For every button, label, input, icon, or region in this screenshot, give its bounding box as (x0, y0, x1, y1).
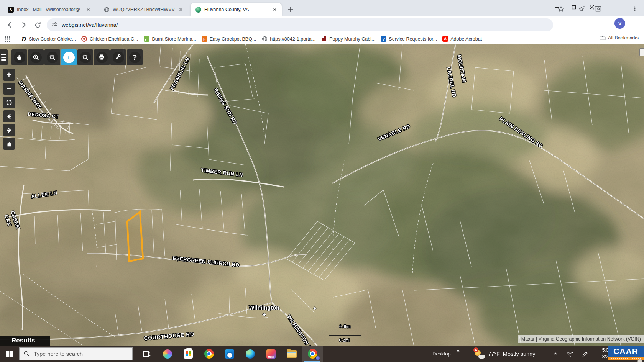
locate-icon[interactable] (3, 97, 15, 108)
bookmark-service-requests[interactable]: ? Service Requests for... (381, 36, 437, 42)
forward-extent-button[interactable] (3, 124, 15, 136)
bookmark-portal-link[interactable]: https://8042-1.porta... (261, 36, 315, 42)
weather-desc: Mostly sunny (503, 351, 536, 357)
bookmark-label: Slow Cooker Chicke... (29, 36, 76, 42)
bookmark-label: https://8042-1.porta... (270, 36, 315, 42)
bookmark-label: Adobe Acrobat (450, 36, 482, 42)
bookmarks-bar: D Slow Cooker Chicke... Chicken Enchilad… (0, 34, 644, 44)
toolbar-expand-chevron[interactable]: » (457, 348, 460, 354)
task-view-button[interactable] (136, 346, 157, 362)
m365-button[interactable]: M365 (261, 346, 281, 362)
wifi-icon (567, 351, 574, 357)
menu-kebab-icon[interactable] (629, 3, 641, 15)
recipe-site-icon: D (20, 36, 26, 42)
chrome-active-button[interactable] (302, 346, 323, 362)
home-button[interactable] (3, 138, 15, 150)
forward-button[interactable] (18, 19, 30, 31)
gis-map-canvas[interactable]: FRANKLIN LN RISING SUN RD MOUNTAIN LAURE… (0, 44, 644, 346)
edge-button[interactable] (240, 346, 261, 362)
reload-button[interactable] (31, 19, 44, 31)
bookmark-sparkle-icon[interactable] (576, 3, 588, 15)
show-hidden-icons-button[interactable] (550, 346, 561, 362)
edit-icon[interactable] (639, 48, 644, 56)
chevron-up-icon (553, 351, 558, 357)
desktop-toolbar[interactable]: Desktop (432, 346, 451, 362)
zoom-in-tool-button[interactable] (28, 49, 44, 65)
tab-wuq2[interactable]: WUQ2VHRKZTBhcWtHWVVjbX (99, 3, 188, 16)
side-panel-search-icon[interactable] (592, 3, 604, 15)
start-button[interactable] (0, 346, 18, 362)
layers-menu-button[interactable] (0, 49, 8, 65)
zoom-out-button[interactable]: − (3, 83, 15, 95)
file-explorer-button[interactable] (281, 346, 302, 362)
question-mark-icon: ? (129, 52, 141, 63)
file-explorer-icon (287, 350, 297, 358)
pen-icon (582, 351, 588, 357)
address-bar[interactable]: webgis.net/va/fluvanna/ (47, 18, 553, 31)
zoom-out-tool-button[interactable] (44, 49, 60, 65)
results-panel-header[interactable]: Results (0, 336, 50, 346)
zoom-in-icon (30, 52, 42, 63)
selected-parcel-outline[interactable] (127, 212, 143, 261)
avatar-letter: V (618, 21, 622, 26)
bookmark-label: Burnt Store Marina... (152, 36, 196, 42)
outlook-button[interactable] (219, 346, 240, 362)
close-tab-icon[interactable] (85, 7, 91, 13)
bookmark-poppy-murphy[interactable]: Poppy Murphy Cabi... (321, 36, 375, 42)
toolbar-divider (609, 20, 609, 29)
microsoft-store-button[interactable] (178, 346, 199, 362)
weather-widget[interactable]: 4 77°F Mostly sunny (475, 346, 535, 362)
x-mail-icon: X (8, 7, 14, 13)
bookmark-label: Poppy Murphy Cabi... (329, 36, 375, 42)
tools-wrench-button[interactable] (110, 49, 126, 65)
site-info-icon[interactable] (51, 21, 58, 29)
bookmark-slow-cooker[interactable]: D Slow Cooker Chicke... (20, 36, 76, 42)
chevron-label: » (457, 348, 460, 354)
close-tab-icon[interactable] (272, 7, 278, 13)
store-icon (184, 349, 193, 359)
new-tab-button[interactable] (285, 4, 296, 15)
copilot-icon (163, 349, 172, 359)
tab-title: WUQ2VHRKZTBhcWtHWVVjbX (113, 7, 175, 12)
profile-badge-icon (315, 356, 320, 360)
map-attribution: Maxar | Virginia Geographic Information … (518, 335, 644, 343)
tab-title: Inbox - Mail - vwilsonrealtor@ (17, 7, 82, 12)
bookmark-burnt-store-marina[interactable]: Burnt Store Marina... (143, 36, 196, 42)
print-tool-button[interactable] (94, 49, 110, 65)
tab-inbox-mail[interactable]: X Inbox - Mail - vwilsonrealtor@ (3, 3, 95, 16)
tab-fluvanna-county[interactable]: Fluvanna County, VA (191, 3, 282, 16)
chrome-button[interactable] (199, 346, 219, 362)
back-button[interactable] (4, 19, 16, 31)
tab-divider (97, 6, 97, 13)
notification-badge: 4 (473, 347, 478, 352)
bar-chart-icon (321, 36, 327, 42)
map-toolbar: ? (12, 49, 143, 65)
bookmark-adobe-acrobat[interactable]: A Adobe Acrobat (442, 36, 482, 42)
search-tool-button[interactable] (77, 49, 93, 65)
bookmark-label: Service Requests for... (389, 36, 437, 42)
profile-avatar[interactable]: V (614, 18, 625, 29)
scale-km-label: 0.4km (339, 324, 351, 329)
satellite-map: FRANKLIN LN RISING SUN RD MOUNTAIN LAURE… (0, 44, 644, 346)
pen-tray-button[interactable] (579, 346, 590, 362)
bookmark-star-icon[interactable] (555, 3, 567, 15)
wifi-tray-button[interactable] (564, 346, 576, 362)
taskbar-search-input[interactable]: Type here to search (19, 347, 133, 360)
back-extent-button[interactable] (3, 110, 15, 122)
close-tab-icon[interactable] (178, 7, 184, 13)
pan-tool-button[interactable] (12, 49, 27, 65)
help-button[interactable]: ? (127, 49, 143, 65)
windows-taskbar: Type here to search M365 Deskt (0, 346, 644, 362)
zoom-in-button[interactable]: + (3, 69, 15, 81)
apps-grid-icon[interactable] (5, 36, 10, 42)
acrobat-icon: A (442, 36, 448, 42)
bookmark-easy-crockpot[interactable]: F Easy Crockpot BBQ... (202, 36, 256, 42)
chrome-icon (204, 349, 214, 359)
copilot-button[interactable] (157, 346, 178, 362)
bookmark-chicken-enchilada[interactable]: Chicken Enchilada C... (81, 36, 138, 42)
edge-icon (246, 349, 255, 359)
weather-temp: 77°F (488, 351, 500, 357)
attribution-text: Maxar | Virginia Geographic Information … (521, 336, 641, 342)
all-bookmarks-button[interactable]: All Bookmarks (600, 35, 639, 41)
identify-tool-button[interactable] (61, 49, 77, 65)
